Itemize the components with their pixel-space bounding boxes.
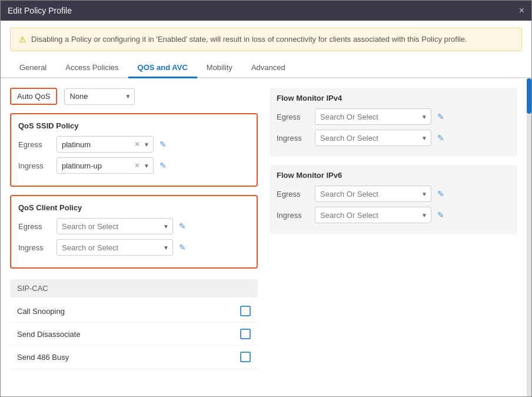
ipv6-egress-select[interactable]: ▼ <box>315 186 431 202</box>
right-panel: Flow Monitor IPv4 Egress ▼ ✎ I <box>270 88 517 387</box>
ssid-egress-label: Egress <box>18 140 51 149</box>
modal-title: Edit Policy Profile <box>8 6 72 15</box>
call-snooping-row: Call Snooping <box>10 300 258 323</box>
sip-cac-title: SIP-CAC <box>10 279 258 297</box>
client-egress-edit-icon[interactable]: ✎ <box>179 221 186 231</box>
ipv6-egress-edit-icon[interactable]: ✎ <box>437 189 444 198</box>
left-panel: Auto QoS None Voice Video ▼ QoS SSID <box>10 88 258 387</box>
call-snooping-label: Call Snooping <box>17 307 65 316</box>
ssid-ingress-edit-icon[interactable]: ✎ <box>159 161 167 170</box>
ssid-egress-clear-icon[interactable]: ✕ <box>134 140 140 148</box>
send-disassociate-row: Send Disassociate <box>10 323 258 346</box>
modal-body: ⚠ Disabling a Policy or configuring it i… <box>1 21 531 396</box>
tab-qos-avc[interactable]: QOS and AVC <box>128 58 197 78</box>
qos-ssid-title: QoS SSID Policy <box>18 121 250 130</box>
ipv6-ingress-input[interactable] <box>315 209 421 222</box>
ipv4-ingress-input[interactable] <box>315 131 421 145</box>
send-486-busy-label: Send 486 Busy <box>17 353 69 362</box>
flow-monitor-ipv6-section: Flow Monitor IPv6 Egress ▼ ✎ I <box>270 165 517 234</box>
tab-access-policies[interactable]: Access Policies <box>56 58 128 78</box>
ssid-ingress-arrow-icon[interactable]: ▼ <box>140 163 153 169</box>
ipv4-egress-label: Egress <box>277 113 309 121</box>
ssid-ingress-clear-icon[interactable]: ✕ <box>134 161 140 170</box>
edit-policy-modal: Edit Policy Profile × ⚠ Disabling a Poli… <box>0 0 532 397</box>
ssid-egress-row: Egress platinum ✕ ▼ ✎ <box>18 136 250 153</box>
flow-monitor-ipv4-title: Flow Monitor IPv4 <box>277 94 510 102</box>
client-ingress-edit-icon[interactable]: ✎ <box>179 243 186 252</box>
warning-icon: ⚠ <box>19 35 26 44</box>
send-486-busy-checkbox[interactable] <box>240 352 251 362</box>
client-ingress-row: Ingress ▼ ✎ <box>18 239 250 256</box>
auto-qos-label: Auto QoS <box>10 88 57 105</box>
client-egress-row: Egress ▼ ✎ <box>18 218 250 234</box>
tab-mobility[interactable]: Mobility <box>197 58 242 78</box>
qos-client-title: QoS Client Policy <box>18 203 250 212</box>
ipv4-egress-arrow-icon[interactable]: ▼ <box>421 114 431 120</box>
ipv4-ingress-select[interactable]: ▼ <box>315 130 431 146</box>
sip-cac-section: SIP-CAC Call Snooping Send Disassociate … <box>10 279 258 369</box>
modal-header: Edit Policy Profile × <box>1 1 531 21</box>
ssid-ingress-label: Ingress <box>18 161 51 170</box>
ipv6-egress-label: Egress <box>277 190 309 198</box>
modal-close-button[interactable]: × <box>519 5 524 16</box>
ipv6-ingress-label: Ingress <box>277 211 309 220</box>
ssid-egress-arrow-icon[interactable]: ▼ <box>140 141 153 148</box>
ipv4-ingress-row: Ingress ▼ ✎ <box>277 130 510 146</box>
client-ingress-arrow-icon[interactable]: ▼ <box>163 244 172 251</box>
ipv6-egress-arrow-icon[interactable]: ▼ <box>421 191 431 197</box>
tabs-container: General Access Policies QOS and AVC Mobi… <box>1 58 531 78</box>
ssid-egress-edit-icon[interactable]: ✎ <box>159 140 167 149</box>
ipv6-ingress-select[interactable]: ▼ <box>315 207 431 223</box>
ipv6-ingress-edit-icon[interactable]: ✎ <box>437 210 444 220</box>
ipv6-ingress-arrow-icon[interactable]: ▼ <box>421 212 431 219</box>
ipv4-ingress-edit-icon[interactable]: ✎ <box>437 133 444 143</box>
ipv6-egress-row: Egress ▼ ✎ <box>277 186 510 202</box>
client-ingress-select[interactable]: ▼ <box>56 239 173 256</box>
qos-client-policy-section: QoS Client Policy Egress ▼ ✎ I <box>10 195 258 269</box>
flow-monitor-ipv4-section: Flow Monitor IPv4 Egress ▼ ✎ I <box>270 88 517 157</box>
client-egress-label: Egress <box>18 222 51 231</box>
auto-qos-select[interactable]: None Voice Video <box>65 90 134 103</box>
send-disassociate-checkbox[interactable] <box>240 329 251 339</box>
ipv6-ingress-row: Ingress ▼ ✎ <box>277 207 510 223</box>
tab-general[interactable]: General <box>10 58 56 78</box>
ssid-egress-select[interactable]: platinum ✕ ▼ <box>56 136 154 153</box>
ipv4-egress-edit-icon[interactable]: ✎ <box>437 112 444 121</box>
client-egress-arrow-icon[interactable]: ▼ <box>163 223 172 230</box>
ipv6-egress-input[interactable] <box>315 187 421 201</box>
flow-monitor-ipv6-title: Flow Monitor IPv6 <box>277 171 510 180</box>
client-ingress-label: Ingress <box>18 243 51 252</box>
qos-ssid-policy-section: QoS SSID Policy Egress platinum ✕ ▼ ✎ <box>10 113 258 187</box>
auto-qos-dropdown[interactable]: None Voice Video ▼ <box>64 88 135 105</box>
warning-bar: ⚠ Disabling a Policy or configuring it i… <box>10 28 522 51</box>
ssid-ingress-value: platinum-up <box>57 159 134 173</box>
scrollbar-thumb[interactable] <box>527 78 531 114</box>
main-content: Auto QoS None Voice Video ▼ QoS SSID <box>1 78 527 396</box>
send-486-busy-row: Send 486 Busy <box>10 346 258 369</box>
ssid-ingress-select[interactable]: platinum-up ✕ ▼ <box>56 157 154 174</box>
client-ingress-input[interactable] <box>57 241 163 254</box>
client-egress-select[interactable]: ▼ <box>56 218 173 234</box>
tab-advanced[interactable]: Advanced <box>242 58 295 78</box>
client-egress-input[interactable] <box>57 220 163 233</box>
send-disassociate-label: Send Disassociate <box>17 330 81 339</box>
ipv4-egress-input[interactable] <box>315 110 421 124</box>
ssid-egress-value: platinum <box>57 138 134 151</box>
call-snooping-checkbox[interactable] <box>240 306 251 316</box>
ipv4-egress-row: Egress ▼ ✎ <box>277 108 510 125</box>
ipv4-egress-select[interactable]: ▼ <box>315 108 431 125</box>
scrollbar[interactable] <box>527 78 531 396</box>
ssid-ingress-row: Ingress platinum-up ✕ ▼ ✎ <box>18 157 250 174</box>
ipv4-ingress-label: Ingress <box>277 134 309 143</box>
warning-text: Disabling a Policy or configuring it in … <box>31 34 467 45</box>
ipv4-ingress-arrow-icon[interactable]: ▼ <box>421 135 431 141</box>
auto-qos-row: Auto QoS None Voice Video ▼ <box>10 88 258 105</box>
